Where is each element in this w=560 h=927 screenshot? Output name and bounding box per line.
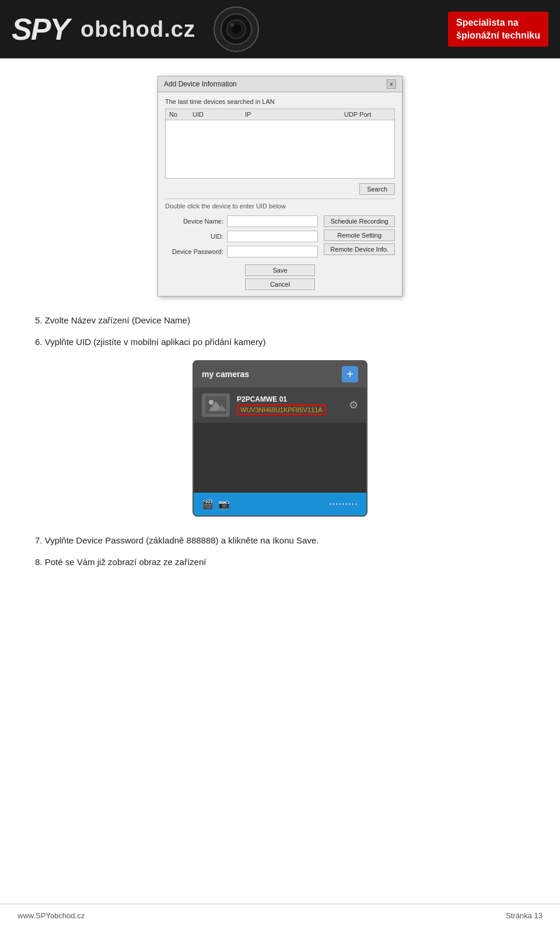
camera-thumbnail — [202, 393, 230, 417]
step-6: 6. Vyplňte UID (zjistíte v mobilní aplik… — [35, 336, 525, 349]
device-password-label: Device Password: — [165, 248, 223, 255]
uid-row: UID: — [165, 231, 318, 242]
step-7: 7. Vyplňte Device Password (základně 888… — [35, 534, 525, 548]
dialog-title: Add Device Information — [164, 80, 237, 88]
dialog-side-buttons: Schedule Recording Remote Setting Remote… — [324, 215, 395, 255]
device-name-input[interactable] — [227, 215, 318, 227]
gear-icon[interactable]: ⚙ — [349, 399, 358, 412]
footer-page-number: Stránka 13 — [506, 911, 542, 920]
camera-icon — [213, 6, 260, 53]
header-tagline: Specialista na špionážní techniku — [448, 12, 548, 47]
remote-device-info-button[interactable]: Remote Device Info. — [324, 243, 395, 255]
table-header: No UID IP UDP Port — [166, 109, 394, 120]
mobile-screenshot-wrapper: my cameras + P2PCAMWE 01 WUV3NH68U1KPF8 — [35, 360, 525, 517]
thumbnail-icon — [205, 396, 226, 414]
camera-info: P2PCAMWE 01 WUV3NH68U1KPF85V111A — [237, 395, 342, 415]
svg-point-8 — [209, 400, 214, 405]
footer-website: www.SPYobchod.cz — [18, 911, 85, 920]
cancel-button[interactable]: Cancel — [245, 278, 315, 290]
uid-input[interactable] — [227, 231, 318, 242]
step-8: 8. Poté se Vám již zobrazí obraz ze zaří… — [35, 556, 525, 569]
dialog-hint: Double click the device to enter UID bel… — [165, 198, 395, 210]
spy-logo: SPY — [12, 12, 69, 47]
mobile-app-screen: my cameras + P2PCAMWE 01 WUV3NH68U1KPF8 — [192, 360, 368, 517]
camera-name: P2PCAMWE 01 — [237, 395, 342, 403]
search-button-row: Search — [165, 183, 395, 195]
remote-setting-button[interactable]: Remote Setting — [324, 229, 395, 241]
save-button[interactable]: Save — [245, 264, 315, 276]
dialog-close-button[interactable]: × — [387, 79, 396, 89]
mobile-app-title: my cameras — [202, 370, 249, 379]
mobile-add-button[interactable]: + — [342, 366, 358, 382]
device-table: No UID IP UDP Port — [165, 109, 395, 179]
col-uid: UID — [192, 111, 245, 118]
mobile-footer: 🎬 📷 ••••••••• — [194, 493, 366, 515]
mobile-header: my cameras + — [194, 361, 366, 387]
col-ip: IP — [245, 111, 344, 118]
video-icon: 🎬 — [202, 499, 214, 510]
add-device-dialog: Add Device Information × The last time d… — [158, 76, 402, 297]
dialog-titlebar: Add Device Information × — [158, 76, 402, 92]
dialog-screenshot-wrapper: Add Device Information × The last time d… — [35, 76, 525, 297]
lan-label: The last time devices searched in LAN — [165, 98, 395, 105]
dialog-input-fields: Device Name: UID: Device Password: — [165, 215, 318, 261]
device-name-row: Device Name: — [165, 215, 318, 227]
dialog-body: The last time devices searched in LAN No… — [158, 92, 402, 296]
uid-label: UID: — [165, 233, 223, 240]
step-5: 5. Zvolte Název zařízení (Device Name) — [35, 314, 525, 327]
dialog-bottom-buttons: Save Cancel — [165, 264, 395, 290]
device-password-input[interactable] — [227, 246, 318, 257]
mobile-camera-item[interactable]: P2PCAMWE 01 WUV3NH68U1KPF85V111A ⚙ — [194, 387, 366, 423]
page-content: Add Device Information × The last time d… — [0, 58, 560, 612]
search-button[interactable]: Search — [359, 183, 395, 195]
dialog-fields-section: Device Name: UID: Device Password: — [165, 215, 395, 261]
device-name-label: Device Name: — [165, 218, 223, 225]
camera-uid: WUV3NH68U1KPF85V111A — [237, 405, 326, 415]
camera-footer-icon: 📷 — [218, 499, 230, 510]
svg-point-4 — [230, 23, 234, 27]
mobile-footer-icons: 🎬 📷 — [202, 499, 230, 510]
page-footer: www.SPYobchod.cz Stránka 13 — [0, 904, 560, 927]
col-no: No — [169, 111, 192, 118]
page-header: SPY obchod.cz Specialista na špionážní t… — [0, 0, 560, 58]
schedule-recording-button[interactable]: Schedule Recording — [324, 215, 395, 227]
dots-icon: ••••••••• — [329, 501, 358, 507]
device-password-row: Device Password: — [165, 246, 318, 257]
site-name: obchod.cz — [80, 17, 195, 42]
col-udp: UDP Port — [344, 111, 391, 118]
